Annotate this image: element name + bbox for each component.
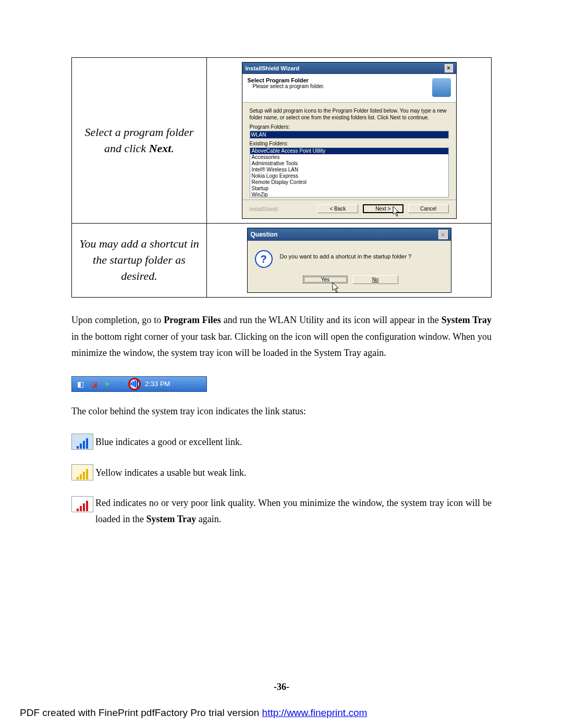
dialog-header-subtitle: Please select a program folder. — [248, 83, 325, 89]
text: and run the WLAN Utility and its icon wi… — [221, 315, 442, 325]
step-1-text-post: . — [171, 142, 174, 155]
program-folders-label: Program Folders: — [250, 124, 449, 130]
question-text: Do you want to add a shortcut in the sta… — [280, 250, 412, 260]
status-yellow-text: Yellow indicates a usable but weak link. — [95, 465, 492, 481]
signal-yellow-icon — [71, 464, 93, 480]
step-2-screenshot: Question × ? Do you want to add a shortc… — [207, 224, 492, 298]
tray-icon: ◧ — [75, 379, 85, 389]
list-item[interactable]: Accessories — [250, 154, 448, 161]
footer-text: PDF created with FinePrint pdfFactory Pr… — [20, 707, 262, 718]
status-intro: The color behind the system tray icon in… — [71, 403, 492, 419]
status-red-row: Red indicates no or very poor link quali… — [71, 495, 492, 527]
step-1-text-em: Next — [149, 142, 172, 155]
program-folders-input[interactable] — [250, 131, 449, 139]
close-icon[interactable]: × — [438, 230, 448, 239]
list-item[interactable]: Nokia Logo Express — [250, 173, 448, 179]
status-red-text: Red indicates no or very poor link quali… — [95, 495, 492, 527]
tray-icon: ◪ — [89, 379, 99, 389]
page-number: -36- — [0, 682, 563, 693]
dialog-titlebar: InstallShield Wizard × — [242, 63, 456, 74]
instruction-table: Select a program folder and click Next. … — [71, 57, 492, 298]
existing-folders-list[interactable]: AboveCable Access Point Utility Accessor… — [250, 147, 449, 198]
cancel-button[interactable]: Cancel — [408, 204, 449, 213]
question-buttons: Yes No — [248, 275, 451, 292]
close-icon[interactable]: × — [445, 64, 453, 72]
signal-blue-icon — [71, 434, 93, 450]
step-1-text-pre: Select a program folder and click — [85, 126, 194, 155]
question-dialog: Question × ? Do you want to add a shortc… — [247, 228, 451, 293]
pdf-footer: PDF created with FinePrint pdfFactory Pr… — [20, 707, 367, 719]
tray-icon: ✦ — [102, 379, 113, 389]
installer-icon — [432, 78, 451, 97]
back-button[interactable]: < Back — [317, 204, 358, 213]
footer-link[interactable]: http://www.fineprint.com — [262, 707, 368, 718]
dialog-header-text: Select Program Folder Please select a pr… — [248, 77, 325, 89]
installshield-brand: InstallShield — [250, 206, 278, 212]
yes-button[interactable]: Yes — [303, 276, 348, 283]
signal-red-icon — [71, 496, 93, 512]
text: again. — [196, 514, 221, 524]
paragraph-1: Upon completion, go to Program Files and… — [71, 312, 492, 362]
text-bold: Program Files — [164, 315, 221, 325]
question-icon: ? — [255, 250, 273, 268]
list-item[interactable]: Intel® Wireless LAN — [250, 167, 448, 173]
installshield-dialog: InstallShield Wizard × Select Program Fo… — [242, 62, 457, 219]
status-blue-text: Blue indicates a good or excellent link. — [95, 434, 492, 450]
existing-folders-label: Existing Folders: — [250, 141, 449, 146]
step-2-text: You may add a shortcut in the startup fo… — [72, 224, 207, 298]
no-button[interactable]: No — [352, 275, 398, 284]
question-title: Question — [251, 231, 278, 238]
status-blue-row: Blue indicates a good or excellent link. — [71, 434, 492, 450]
text: in the bottom right corner of your task … — [71, 331, 492, 359]
next-button[interactable]: Next > — [363, 204, 403, 213]
wlan-tray-icon[interactable] — [129, 379, 140, 389]
step-1-screenshot: InstallShield Wizard × Select Program Fo… — [207, 58, 492, 224]
dialog-header-title: Select Program Folder — [248, 77, 325, 83]
list-item[interactable]: AboveCable Access Point Utility — [250, 148, 448, 154]
dialog-header: Select Program Folder Please select a pr… — [242, 74, 456, 103]
question-body: ? Do you want to add a shortcut in the s… — [248, 241, 451, 275]
tray-clock: 2:33 PM — [145, 380, 170, 388]
dialog-title: InstallShield Wizard — [246, 65, 300, 71]
dialog-description: Setup will add program icons to the Prog… — [250, 108, 449, 121]
system-tray: ◧ ◪ ✦ ▤ 2:33 PM — [71, 376, 207, 392]
text-bold: System Tray — [442, 315, 492, 325]
dialog-footer: InstallShield < Back Next > Cancel — [242, 200, 456, 218]
list-item[interactable]: Remote Display Control — [250, 179, 448, 186]
list-item[interactable]: WinZip — [250, 192, 448, 198]
step-1-text: Select a program folder and click Next. — [72, 58, 207, 224]
list-item[interactable]: Startup — [250, 186, 448, 192]
dialog-body: Setup will add program icons to the Prog… — [242, 103, 456, 200]
status-yellow-row: Yellow indicates a usable but weak link. — [71, 464, 492, 480]
list-item[interactable]: Administrative Tools — [250, 161, 448, 167]
text: Upon completion, go to — [71, 315, 164, 325]
text-bold: System Tray — [146, 514, 196, 524]
tray-icon: ▤ — [116, 379, 126, 389]
question-titlebar: Question × — [248, 228, 451, 241]
